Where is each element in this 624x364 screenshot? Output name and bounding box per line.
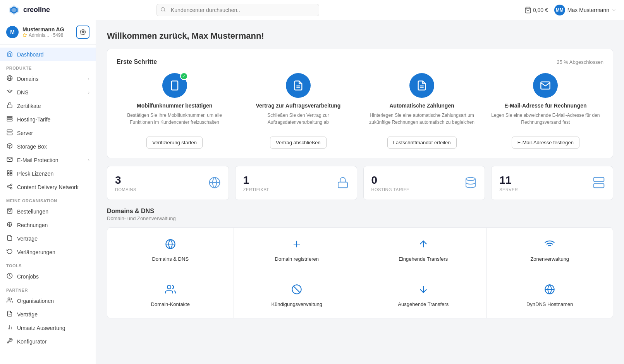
tile-domains-dns[interactable]: Domains & DNS bbox=[107, 228, 234, 273]
dns-section-sub: Domain- und Zonenverwaltung bbox=[107, 215, 613, 221]
tile-domain-kontakte[interactable]: Domain-Kontakte bbox=[107, 273, 234, 318]
step-btn-email[interactable]: E-Mail-Adresse festlegen bbox=[512, 137, 579, 149]
file2-icon bbox=[6, 311, 13, 318]
lock-icon bbox=[6, 102, 13, 109]
sidebar-label-plesk: Plesk Lizenzen bbox=[17, 171, 89, 177]
logo-text: creoline bbox=[23, 6, 50, 14]
section-label-organisation: MEINE ORGANISATION bbox=[0, 194, 96, 205]
chart-icon bbox=[6, 324, 13, 332]
svg-rect-48 bbox=[594, 183, 604, 188]
erste-step-email: E-Mail-Adresse für Rechnungen Legen Sie … bbox=[488, 73, 603, 149]
sidebar-label-rechnungen: Rechnungen bbox=[17, 222, 89, 228]
erste-grid: ✓ Mobilfunknummer bestätigen Bestätigen … bbox=[117, 73, 603, 149]
arrow-up-tile-icon bbox=[366, 239, 480, 252]
tile-label-ausgehende: Ausgehende Transfers bbox=[366, 301, 480, 307]
sidebar-item-dns[interactable]: DNS › bbox=[0, 85, 96, 99]
svg-rect-20 bbox=[7, 171, 9, 173]
sidebar-label-cronjobs: Cronjobs bbox=[17, 273, 89, 280]
svg-rect-45 bbox=[338, 182, 347, 188]
section-label-partner: PARTNER bbox=[0, 283, 96, 294]
stat-number-zertifikat: 1 bbox=[243, 174, 269, 186]
chevron-right-icon: › bbox=[88, 76, 89, 82]
sidebar-item-umsatz[interactable]: Umsatz Auswertung bbox=[0, 321, 96, 335]
sidebar-item-domains[interactable]: Domains › bbox=[0, 72, 96, 85]
sidebar-item-server[interactable]: Server bbox=[0, 126, 96, 140]
tool-icon bbox=[6, 338, 13, 345]
sidebar-item-email-protection[interactable]: E-Mail Protection › bbox=[0, 153, 96, 167]
svg-rect-16 bbox=[7, 133, 12, 135]
search-input[interactable] bbox=[156, 4, 319, 16]
svg-marker-6 bbox=[23, 33, 27, 37]
sidebar-item-konfigurator[interactable]: Konfigurator bbox=[0, 335, 96, 348]
tile-eingehende[interactable]: Eingehende Transfers bbox=[360, 228, 486, 273]
stat-hosting[interactable]: 0 HOSTING TARIFE bbox=[363, 166, 485, 200]
tile-domain-reg[interactable]: Domain registrieren bbox=[234, 228, 360, 273]
step-icon-zahlung bbox=[409, 73, 434, 98]
stat-server[interactable]: 11 SERVER bbox=[491, 166, 613, 200]
sidebar-label-server: Server bbox=[17, 130, 89, 136]
sidebar-item-cronjobs[interactable]: Cronjobs bbox=[0, 270, 96, 283]
step-desc-vertrag: Schließen Sie den Vertrag zur Auftragsda… bbox=[240, 112, 356, 131]
sidebar-label-storage-box: Storage Box bbox=[17, 144, 89, 150]
sidebar-label-verlaengerungen: Verlängerungen bbox=[17, 249, 89, 255]
org-sub: Adminis... · 5498 bbox=[22, 32, 72, 38]
svg-point-31 bbox=[8, 298, 10, 300]
step-icon-vertrag bbox=[286, 73, 311, 98]
svg-rect-21 bbox=[10, 171, 12, 173]
box-icon bbox=[6, 143, 13, 150]
file-icon bbox=[6, 235, 13, 242]
database-stat-icon bbox=[464, 176, 477, 190]
logo[interactable]: creoline bbox=[8, 4, 50, 16]
tile-label-eingehende: Eingehende Transfers bbox=[366, 256, 480, 262]
tile-ausgehende[interactable]: Ausgehende Transfers bbox=[360, 273, 486, 318]
stat-domains[interactable]: 3 DOMAINS bbox=[107, 166, 229, 200]
tile-dyndns[interactable]: DynDNS Hostnamen bbox=[487, 273, 613, 318]
sidebar-item-bestellungen[interactable]: Bestellungen bbox=[0, 205, 96, 218]
sidebar-item-rechnungen[interactable]: Rechnungen bbox=[0, 218, 96, 232]
sidebar-item-dashboard[interactable]: Dashboard bbox=[0, 48, 96, 61]
step-btn-vertrag[interactable]: Vertrag abschließen bbox=[270, 137, 327, 149]
step-btn-mobile[interactable]: Verifizierung starten bbox=[146, 137, 203, 149]
user-area[interactable]: MM Max Mustermann bbox=[554, 5, 616, 15]
tile-zonenverwaltung[interactable]: Zonenverwaltung bbox=[487, 228, 613, 273]
sidebar-item-cdn[interactable]: Content Delivery Network bbox=[0, 180, 96, 194]
lock-stat-icon bbox=[337, 176, 349, 190]
sidebar-item-vertraege2[interactable]: Verträge bbox=[0, 308, 96, 321]
org-avatar: M bbox=[6, 26, 19, 38]
svg-rect-11 bbox=[7, 105, 12, 108]
sidebar-label-zertifikate: Zertifikate bbox=[17, 103, 89, 109]
dns-section: Domains & DNS Domain- und Zonenverwaltun… bbox=[107, 208, 613, 318]
svg-point-26 bbox=[10, 188, 12, 189]
step-btn-zahlung[interactable]: Lastschriftmandat erteilen bbox=[387, 137, 457, 149]
search-bar bbox=[156, 4, 319, 16]
sidebar-label-konfigurator: Konfigurator bbox=[17, 338, 89, 345]
domain-grid: Domains & DNS Domain registrieren Eingeh… bbox=[107, 227, 613, 318]
step-title-mobile: Mobilfunknummer bestätigen bbox=[117, 103, 232, 109]
sidebar-item-vertraege[interactable]: Verträge bbox=[0, 232, 96, 245]
tile-kuendigung[interactable]: Kündigungsverwaltung bbox=[234, 273, 360, 318]
sidebar-label-domains: Domains bbox=[17, 76, 84, 82]
cart-amount: 0,00 € bbox=[533, 7, 548, 13]
card-title: Erste Schritte bbox=[117, 58, 157, 65]
sidebar-item-zertifikate[interactable]: Zertifikate bbox=[0, 99, 96, 113]
svg-point-25 bbox=[7, 186, 9, 187]
cart-area[interactable]: 0,00 € bbox=[524, 7, 548, 14]
sidebar-item-organisationen[interactable]: Organisationen bbox=[0, 294, 96, 308]
sidebar-item-hosting-tarife[interactable]: Hosting-Tarife bbox=[0, 113, 96, 126]
svg-line-59 bbox=[294, 286, 300, 292]
svg-point-57 bbox=[167, 285, 171, 289]
sidebar-item-verlaengerungen[interactable]: Verlängerungen bbox=[0, 245, 96, 259]
tile-label-domain-reg: Domain registrieren bbox=[240, 256, 354, 262]
svg-line-27 bbox=[9, 187, 11, 188]
stat-zertifikat[interactable]: 1 ZERTIFIKAT bbox=[235, 166, 357, 200]
org-name: Mustermann AG bbox=[22, 26, 72, 32]
topbar: creoline 0,00 € MM Max Mustermann bbox=[0, 0, 624, 20]
sidebar-item-plesk[interactable]: Plesk Lizenzen bbox=[0, 167, 96, 180]
search-icon bbox=[160, 7, 166, 13]
sidebar-item-storage-box[interactable]: Storage Box bbox=[0, 140, 96, 153]
step-desc-email: Legen Sie eine abweichende E-Mail-Adress… bbox=[488, 112, 603, 131]
sidebar-label-organisationen: Organisationen bbox=[17, 298, 89, 304]
stat-label-zertifikat: ZERTIFIKAT bbox=[243, 187, 269, 192]
wifi-icon bbox=[6, 89, 13, 96]
org-settings-button[interactable] bbox=[76, 26, 89, 39]
